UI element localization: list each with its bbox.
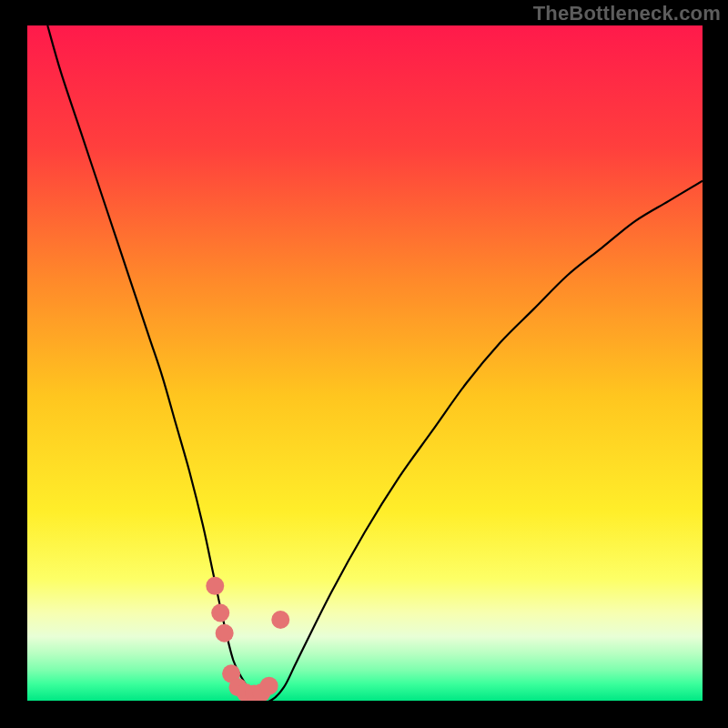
- marker-point: [271, 611, 289, 629]
- marker-point: [260, 677, 278, 695]
- chart-frame: TheBottleneck.com: [0, 0, 728, 728]
- bottleneck-chart: [0, 0, 728, 728]
- marker-point: [216, 624, 234, 642]
- plot-background: [27, 25, 703, 701]
- marker-point: [211, 604, 229, 622]
- watermark-text: TheBottleneck.com: [533, 2, 721, 25]
- marker-point: [206, 577, 224, 595]
